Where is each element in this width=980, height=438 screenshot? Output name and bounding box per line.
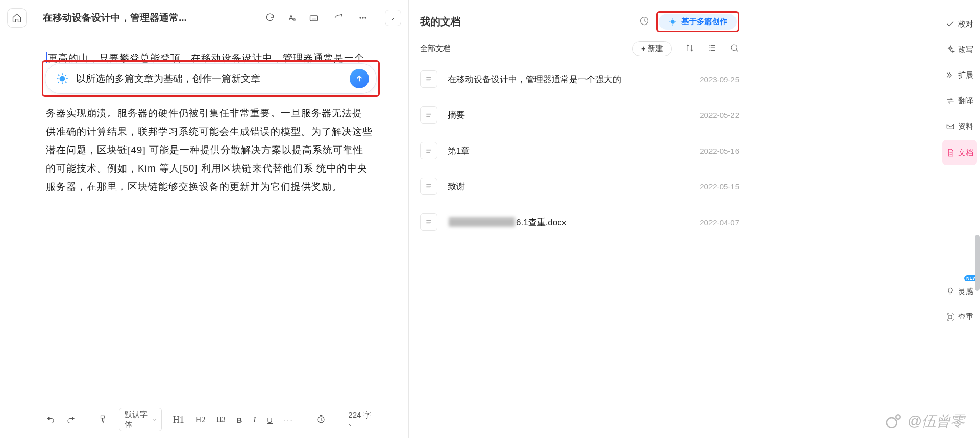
search-icon <box>730 43 739 53</box>
svg-rect-0 <box>310 16 318 21</box>
bold-button[interactable]: B <box>237 416 242 424</box>
doc-row[interactable]: 摘要2022-05-22 <box>420 97 739 133</box>
redo-icon <box>66 415 76 424</box>
list-icon <box>707 43 717 53</box>
svg-point-2 <box>362 17 363 18</box>
refresh-icon <box>265 13 275 23</box>
ai-suggestion-go[interactable] <box>350 69 369 88</box>
doc-name: 摘要 <box>448 109 465 121</box>
svg-point-24 <box>896 415 900 419</box>
svg-point-1 <box>360 17 361 18</box>
word-count[interactable]: 224 字 <box>348 410 373 429</box>
font-select[interactable]: 默认字体 <box>119 408 162 431</box>
doc-name: 6.1查重.docx <box>448 216 566 228</box>
doc-list: 在移动设备设计中，管理器通常是一个强大的2023-09-25摘要2022-05-… <box>409 59 750 242</box>
list-view-button[interactable] <box>707 43 717 54</box>
font-size-button[interactable]: Aₐ <box>289 14 295 22</box>
svg-line-10 <box>65 82 66 83</box>
italic-button[interactable]: I <box>253 416 256 424</box>
all-docs-tab[interactable]: 全部文档 <box>420 44 451 54</box>
document-title: 在移动设备设计中，管理器通常... <box>43 11 187 25</box>
share-icon <box>333 13 344 23</box>
svg-point-23 <box>886 418 896 428</box>
keyboard-icon <box>309 13 319 23</box>
share-button[interactable] <box>333 12 344 23</box>
bulb-icon <box>56 72 69 85</box>
mail-icon <box>946 121 955 131</box>
doc-name: 在移动设备设计中，管理器通常是一个强大的 <box>448 74 621 85</box>
sort-icon <box>685 43 694 53</box>
chevron-down-icon <box>152 417 156 422</box>
doc-icon <box>420 178 437 195</box>
rail-check[interactable]: 校对 <box>939 11 980 37</box>
bulb-icon <box>668 17 677 27</box>
doc-row[interactable]: 第1章2022-05-16 <box>420 133 739 168</box>
scan-icon <box>946 312 955 322</box>
more-button[interactable] <box>357 12 369 23</box>
doc-row[interactable]: 在移动设备设计中，管理器通常是一个强大的2023-09-25 <box>420 61 739 97</box>
editor-line: 务器实现崩溃。服务器的硬件仍被引集任非常重要。一旦服务器无法提 <box>46 108 362 118</box>
svg-line-12 <box>65 75 66 76</box>
weibo-icon <box>885 412 902 430</box>
history-button[interactable] <box>639 16 649 28</box>
ai-suggestion-pill[interactable]: 以所选的多篇文章为基础，创作一篇新文章 <box>45 63 377 94</box>
scrollbar-thumb[interactable] <box>975 235 980 291</box>
rail-bulb[interactable]: NEW灵感 <box>939 279 980 304</box>
timer-button[interactable] <box>316 415 326 425</box>
doc-row[interactable]: 致谢2022-05-15 <box>420 168 739 204</box>
rail-scan[interactable]: 查重 <box>939 304 980 330</box>
doc-icon <box>420 142 437 159</box>
chevron-right-icon <box>389 14 397 22</box>
undo-button[interactable] <box>46 415 55 425</box>
check-icon <box>946 19 955 29</box>
doc-icon <box>946 148 955 157</box>
clock-icon <box>316 415 326 424</box>
collapse-button[interactable] <box>385 10 401 26</box>
doc-name: 第1章 <box>448 145 470 157</box>
doc-row[interactable]: 6.1查重.docx2022-04-07 <box>420 204 739 240</box>
history-icon <box>639 16 649 26</box>
svg-rect-21 <box>947 124 954 129</box>
doc-date: 2022-05-22 <box>700 111 739 119</box>
arrow-up-icon <box>355 74 364 83</box>
sparkle-icon <box>946 45 955 54</box>
heading1-button[interactable]: H1 <box>173 415 184 425</box>
redo-button[interactable] <box>66 415 76 425</box>
svg-point-15 <box>671 20 675 24</box>
sidebar-title: 我的文档 <box>420 15 461 29</box>
doc-icon <box>420 106 437 124</box>
rail-swap[interactable]: 翻译 <box>939 88 980 113</box>
svg-point-4 <box>60 76 65 82</box>
svg-rect-22 <box>949 315 952 319</box>
toolbar-more[interactable]: ··· <box>284 416 293 424</box>
swap-icon <box>946 96 955 105</box>
chevron-down-icon <box>348 422 353 427</box>
svg-line-9 <box>58 75 59 76</box>
new-doc-button[interactable]: + 新建 <box>632 41 672 56</box>
rail-sparkle[interactable]: 改写 <box>939 37 980 62</box>
underline-button[interactable]: U <box>267 416 273 424</box>
right-rail: 校对改写扩展翻译资料文档NEW灵感查重 <box>939 0 980 438</box>
bulb-icon <box>946 287 955 296</box>
rail-doc[interactable]: 文档 <box>942 140 977 165</box>
doc-date: 2022-05-16 <box>700 147 739 155</box>
more-icon <box>358 13 368 23</box>
doc-date: 2023-09-25 <box>700 75 739 84</box>
heading2-button[interactable]: H2 <box>195 415 206 424</box>
sort-button[interactable] <box>685 43 694 54</box>
multi-create-button[interactable]: 基于多篇创作 <box>659 14 737 30</box>
editor-body[interactable]: 更高的山，只要攀登总能登顶。在移动设备设计中，管理器通常是一个强 务器实现崩溃。… <box>46 49 373 397</box>
doc-name: 致谢 <box>448 181 465 192</box>
editor-line: 供准确的计算结果，联邦学习系统可能会生成错误的模型。为了解决这些潜在问题，区块链… <box>46 126 373 192</box>
home-button[interactable] <box>7 8 27 28</box>
heading3-button[interactable]: H3 <box>216 416 225 424</box>
svg-line-11 <box>58 82 59 83</box>
refresh-button[interactable] <box>264 12 276 23</box>
rail-mail[interactable]: 资料 <box>939 113 980 139</box>
expand-icon <box>946 70 955 80</box>
keyboard-button[interactable] <box>308 12 320 23</box>
format-icon <box>99 415 108 424</box>
rail-expand[interactable]: 扩展 <box>939 62 980 88</box>
format-paint-button[interactable] <box>99 415 108 425</box>
search-button[interactable] <box>730 43 739 54</box>
